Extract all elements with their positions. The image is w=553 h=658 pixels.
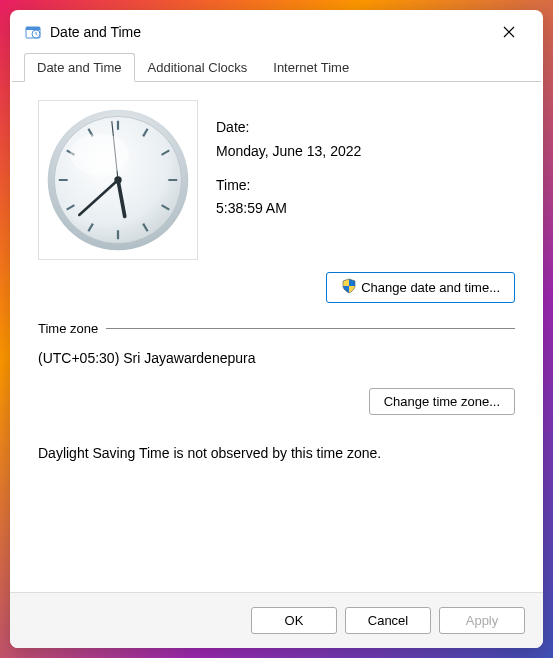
- date-label: Date:: [216, 116, 361, 140]
- tab-content: Date: Monday, June 13, 2022 Time: 5:38:5…: [10, 82, 543, 592]
- ok-button[interactable]: OK: [251, 607, 337, 634]
- dialog-footer: OK Cancel Apply: [10, 592, 543, 648]
- timezone-section-label: Time zone: [38, 321, 98, 336]
- clock-face-icon: [44, 106, 192, 254]
- datetime-row: Date: Monday, June 13, 2022 Time: 5:38:5…: [38, 100, 515, 260]
- uac-shield-icon: [341, 278, 357, 297]
- close-icon: [503, 26, 515, 38]
- date-value: Monday, June 13, 2022: [216, 140, 361, 164]
- time-value: 5:38:59 AM: [216, 197, 361, 221]
- divider: [106, 328, 515, 329]
- change-time-zone-button[interactable]: Change time zone...: [369, 388, 515, 415]
- cancel-button[interactable]: Cancel: [345, 607, 431, 634]
- datetime-text: Date: Monday, June 13, 2022 Time: 5:38:5…: [216, 100, 361, 260]
- svg-rect-1: [26, 27, 40, 30]
- date-time-window: Date and Time Date and Time Additional C…: [10, 10, 543, 648]
- svg-point-21: [70, 133, 129, 174]
- tab-date-and-time[interactable]: Date and Time: [24, 53, 135, 82]
- tab-internet-time[interactable]: Internet Time: [260, 53, 362, 82]
- apply-button[interactable]: Apply: [439, 607, 525, 634]
- tab-additional-clocks[interactable]: Additional Clocks: [135, 53, 261, 82]
- close-button[interactable]: [489, 18, 529, 46]
- timezone-section-header: Time zone: [38, 321, 515, 336]
- window-title: Date and Time: [50, 24, 489, 40]
- change-date-time-button[interactable]: Change date and time...: [326, 272, 515, 303]
- change-date-time-label: Change date and time...: [361, 280, 500, 295]
- datetime-control-icon: [24, 23, 42, 41]
- titlebar: Date and Time: [10, 10, 543, 52]
- timezone-value: (UTC+05:30) Sri Jayawardenepura: [38, 350, 515, 366]
- svg-point-20: [114, 176, 121, 183]
- time-label: Time:: [216, 174, 361, 198]
- dst-notice: Daylight Saving Time is not observed by …: [38, 445, 515, 461]
- tab-strip: Date and Time Additional Clocks Internet…: [12, 52, 541, 82]
- analog-clock: [38, 100, 198, 260]
- change-datetime-row: Change date and time...: [38, 272, 515, 303]
- change-time-zone-label: Change time zone...: [384, 394, 500, 409]
- change-timezone-row: Change time zone...: [38, 388, 515, 415]
